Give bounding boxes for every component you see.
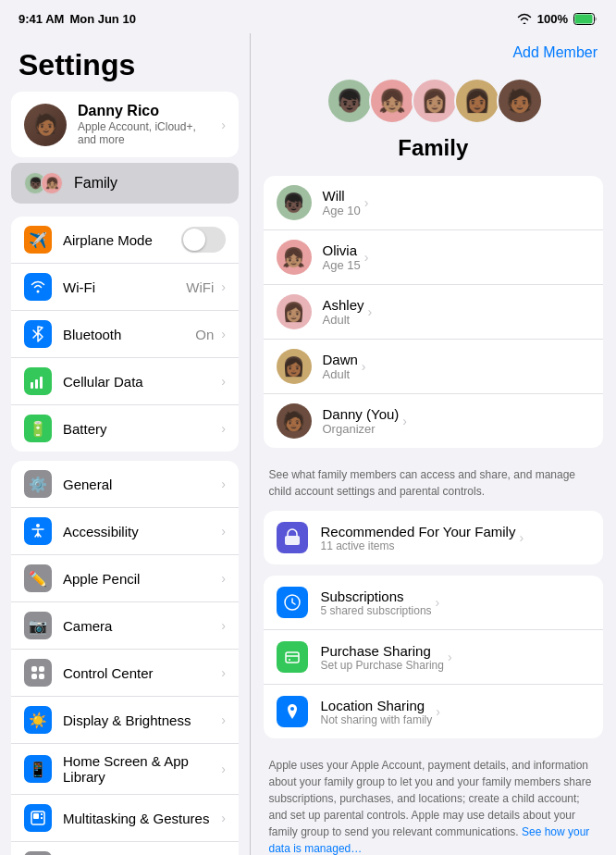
multitasking-icon (24, 804, 52, 832)
dawn-info: Dawn Adult (323, 352, 358, 381)
family-avatar-olivia: 👧🏽 (41, 172, 63, 194)
homescreen-label: Home Screen & App Library (63, 753, 217, 785)
purchase-sharing-name: Purchase Sharing (321, 643, 444, 659)
member-item-olivia[interactable]: 👧🏽 Olivia Age 15 › (264, 230, 604, 285)
sidebar-item-display[interactable]: ☀️ Display & Brightness › (11, 697, 239, 744)
avatar: 🧑🏾 (24, 104, 67, 146)
sidebar: Settings 🧑🏾 Danny Rico Apple Account, iC… (0, 33, 250, 855)
svg-point-19 (290, 707, 294, 711)
bluetooth-value: On (195, 327, 214, 342)
sidebar-item-general[interactable]: ⚙️ General › (11, 461, 239, 508)
multitasking-label: Multitasking & Gestures (63, 811, 217, 826)
member-item-ashley[interactable]: 👩🏽 Ashley Adult › (264, 285, 604, 340)
svg-rect-2 (31, 382, 33, 389)
cellular-chevron: › (221, 374, 226, 389)
member-item-danny[interactable]: 🧑🏾 Danny (You) Organizer › (264, 394, 604, 448)
danny-info: Danny (You) Organizer (323, 406, 400, 436)
add-member-button[interactable]: Add Member (512, 44, 598, 61)
svg-rect-1 (575, 14, 593, 23)
battery-icon (573, 13, 598, 25)
feature-recommended[interactable]: Recommended For Your Family 11 active it… (264, 511, 604, 564)
battery-chevron: › (221, 421, 226, 436)
recommended-icon (277, 522, 308, 553)
status-bar: 9:41 AM Mon Jun 10 100% (0, 0, 616, 33)
ashley-info: Ashley Adult (323, 297, 364, 327)
sidebar-item-camera[interactable]: 📷 Camera › (11, 602, 239, 650)
svg-rect-10 (39, 674, 44, 679)
will-age: Age 10 (323, 204, 361, 217)
display-chevron: › (221, 712, 226, 727)
family-footer: Apple uses your Apple Account, payment d… (251, 750, 617, 855)
sidebar-item-homescreen[interactable]: 📱 Home Screen & App Library › (11, 744, 239, 795)
battery-settings-icon: 🔋 (24, 415, 52, 442)
subscriptions-chevron: › (436, 595, 440, 610)
display-label: Display & Brightness (63, 712, 217, 728)
purchase-chevron: › (448, 650, 452, 664)
olivia-chevron: › (364, 250, 369, 265)
svg-rect-12 (33, 813, 39, 819)
sidebar-item-family[interactable]: 👦🏿 👧🏽 Family (11, 163, 239, 204)
location-chevron: › (436, 704, 440, 719)
sidebar-item-multitasking[interactable]: Multitasking & Gestures › (11, 795, 239, 842)
cellular-label: Cellular Data (63, 374, 217, 390)
sidebar-item-airplane[interactable]: ✈️ Airplane Mode (11, 217, 239, 264)
svg-rect-4 (40, 377, 43, 389)
sidebar-item-search[interactable]: 🔍 Search › (11, 842, 239, 855)
feature-purchase-sharing[interactable]: Purchase Sharing Set up Purchase Sharing… (264, 630, 604, 685)
danny-name: Danny (You) (323, 406, 400, 422)
will-chevron: › (364, 195, 369, 210)
bluetooth-chevron: › (221, 327, 226, 341)
battery-label-item: Battery (63, 421, 217, 437)
svg-rect-13 (41, 813, 43, 815)
family-members-list: 👦🏿 Will Age 10 › 👧🏽 Olivia Age 15 › 👩🏽 (264, 176, 604, 448)
olivia-age: Age 15 (323, 258, 361, 272)
subscriptions-info: Subscriptions 5 shared subscriptions (321, 589, 432, 617)
right-panel: Add Member 👦🏿 👧🏽 👩🏽 👩🏾 🧑🏾 Family 👦🏿 Will… (251, 33, 617, 855)
search-icon: 🔍 (24, 851, 52, 855)
svg-point-18 (289, 659, 290, 661)
danny-role: Organizer (323, 422, 400, 436)
airplane-toggle[interactable] (181, 227, 226, 253)
settings-group-connectivity: ✈️ Airplane Mode Wi-Fi WiFi › (11, 217, 239, 452)
homescreen-icon: 📱 (24, 755, 52, 783)
multitasking-chevron: › (221, 811, 226, 825)
sidebar-item-bluetooth[interactable]: Bluetooth On › (11, 311, 239, 358)
ashley-avatar: 👩🏽 (277, 294, 312, 329)
danny-chevron: › (402, 414, 407, 428)
svg-rect-9 (31, 674, 37, 679)
member-item-dawn[interactable]: 👩🏾 Dawn Adult › (264, 340, 604, 394)
sidebar-item-accessibility[interactable]: Accessibility › (11, 508, 239, 555)
profile-subtitle: Apple Account, iCloud+, and more (78, 120, 206, 146)
sidebar-item-controlcenter[interactable]: Control Center › (11, 650, 239, 697)
general-chevron: › (221, 477, 226, 491)
airplane-label: Airplane Mode (63, 232, 181, 248)
feature-location-sharing[interactable]: Location Sharing Not sharing with family… (264, 685, 604, 738)
status-date: Mon Jun 10 (69, 12, 136, 26)
sidebar-item-applepencil[interactable]: ✏️ Apple Pencil › (11, 555, 239, 602)
family-avatars-large: 👦🏿 👧🏽 👩🏽 👩🏾 🧑🏾 (326, 78, 539, 124)
subscriptions-icon (277, 587, 308, 618)
profile-card[interactable]: 🧑🏾 Danny Rico Apple Account, iCloud+, an… (11, 92, 239, 157)
member-item-will[interactable]: 👦🏿 Will Age 10 › (264, 176, 604, 230)
bluetooth-label: Bluetooth (63, 327, 195, 342)
applepencil-icon: ✏️ (24, 564, 52, 592)
family-hero: 👦🏿 👧🏽 👩🏽 👩🏾 🧑🏾 Family (251, 68, 617, 176)
sidebar-item-wifi[interactable]: Wi-Fi WiFi › (11, 264, 239, 311)
recommended-chevron: › (519, 530, 524, 545)
purchase-sharing-info: Purchase Sharing Set up Purchase Sharing (321, 643, 444, 672)
controlcenter-chevron: › (221, 665, 226, 680)
feature-subscriptions[interactable]: Subscriptions 5 shared subscriptions › (264, 576, 604, 630)
subscriptions-sub: 5 shared subscriptions (321, 604, 432, 617)
recommended-sub: 11 active items (321, 539, 516, 552)
controlcenter-label: Control Center (63, 665, 217, 681)
hero-avatar-olivia: 👧🏽 (369, 78, 415, 124)
will-info: Will Age 10 (323, 188, 361, 217)
sidebar-item-battery[interactable]: 🔋 Battery › (11, 405, 239, 452)
location-icon (277, 696, 308, 727)
sidebar-item-cellular[interactable]: Cellular Data › (11, 358, 239, 405)
sharing-features-list: Subscriptions 5 shared subscriptions › P… (264, 576, 604, 738)
wifi-icon (517, 13, 532, 24)
display-icon: ☀️ (24, 706, 52, 734)
svg-point-6 (36, 524, 40, 527)
cellular-icon (24, 367, 52, 395)
